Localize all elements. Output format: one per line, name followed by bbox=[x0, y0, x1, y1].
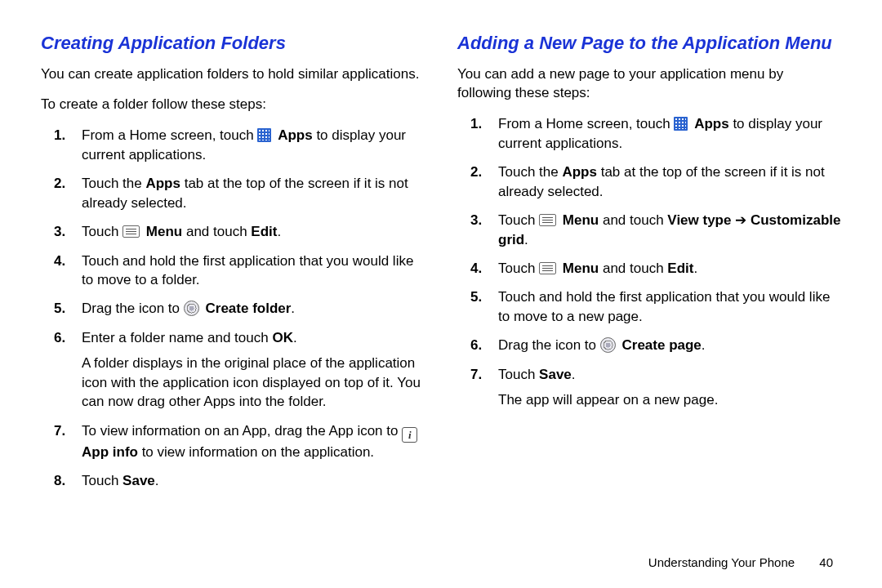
edit-label: Edit bbox=[251, 224, 277, 239]
step-item: Touch and hold the first application tha… bbox=[78, 252, 425, 290]
apps-grid-icon bbox=[674, 117, 688, 131]
apps-grid-icon bbox=[257, 128, 271, 142]
create-target-icon bbox=[600, 337, 616, 353]
page-number: 40 bbox=[819, 555, 833, 569]
step-item: Touch Menu and touch Edit. bbox=[78, 222, 425, 241]
menu-label: Menu bbox=[563, 212, 599, 228]
step-item: Drag the icon to Create folder. bbox=[78, 299, 425, 318]
step-continuation: The app will appear on a new page. bbox=[498, 390, 841, 409]
menu-icon bbox=[122, 225, 140, 238]
step-item: Touch Menu and touch View type ➔ Customi… bbox=[495, 211, 841, 249]
intro-text-2: To create a folder follow these steps: bbox=[41, 96, 425, 114]
step-text: . bbox=[155, 473, 159, 488]
arrow-text: ➔ bbox=[731, 212, 750, 228]
menu-icon bbox=[539, 262, 556, 274]
create-folder-label: Create folder bbox=[205, 301, 291, 316]
apps-label: Apps bbox=[562, 164, 597, 180]
step-text: Touch bbox=[498, 261, 539, 276]
step-text: Touch and hold the first application tha… bbox=[498, 289, 830, 323]
create-page-label: Create page bbox=[621, 337, 701, 353]
apps-label: Apps bbox=[278, 127, 313, 143]
step-text: Touch bbox=[82, 224, 122, 239]
edit-label: Edit bbox=[667, 261, 693, 276]
app-info-label: App info bbox=[82, 444, 138, 460]
save-label: Save bbox=[539, 367, 572, 382]
step-item: Touch the Apps tab at the top of the scr… bbox=[495, 163, 841, 201]
step-continuation: A folder displays in the original place … bbox=[82, 354, 425, 411]
step-item: Touch Menu and touch Edit. bbox=[495, 259, 841, 278]
step-text: and touch bbox=[182, 224, 251, 239]
step-item: Enter a folder name and touch OK. A fold… bbox=[78, 328, 425, 412]
intro-text: You can add a new page to your applicati… bbox=[457, 65, 841, 103]
step-item: Touch Save. The app will appear on a new… bbox=[495, 365, 841, 410]
step-text: Touch bbox=[498, 212, 539, 228]
step-text: . bbox=[572, 367, 576, 382]
step-text: . bbox=[293, 330, 297, 345]
page-footer: Understanding Your Phone 40 bbox=[0, 555, 882, 569]
save-label: Save bbox=[122, 473, 155, 488]
ok-label: OK bbox=[272, 330, 293, 345]
step-text: Touch bbox=[82, 473, 122, 488]
intro-text: You can create application folders to ho… bbox=[41, 65, 425, 84]
step-text: Touch and hold the first application tha… bbox=[82, 253, 413, 287]
step-item: Drag the icon to Create page. bbox=[495, 336, 841, 354]
create-target-icon bbox=[184, 301, 199, 316]
step-text: Touch the bbox=[498, 164, 562, 180]
step-item: Touch and hold the first application tha… bbox=[495, 287, 841, 326]
step-item: Touch the Apps tab at the top of the scr… bbox=[78, 174, 425, 212]
section-heading-newpage: Adding a New Page to the Application Men… bbox=[457, 33, 841, 54]
step-item: Touch Save. bbox=[78, 471, 425, 490]
step-text: Touch bbox=[498, 367, 539, 382]
right-column: Adding a New Page to the Application Men… bbox=[457, 33, 841, 547]
step-text: and touch bbox=[599, 261, 667, 276]
step-text: . bbox=[702, 337, 706, 353]
step-text: and touch bbox=[599, 212, 667, 228]
step-text: to view information on the application. bbox=[138, 444, 374, 460]
chapter-title: Understanding Your Phone bbox=[648, 555, 795, 569]
steps-list-right: From a Home screen, touch Apps to displa… bbox=[457, 114, 841, 409]
step-text: . bbox=[291, 301, 295, 316]
apps-label: Apps bbox=[694, 116, 729, 131]
step-text: . bbox=[524, 232, 528, 247]
step-text: From a Home screen, touch bbox=[498, 116, 674, 131]
step-text: From a Home screen, touch bbox=[82, 127, 257, 143]
section-heading-folders: Creating Application Folders bbox=[41, 33, 425, 54]
left-column: Creating Application Folders You can cre… bbox=[41, 33, 425, 547]
menu-icon bbox=[539, 214, 556, 226]
step-item: From a Home screen, touch Apps to displa… bbox=[78, 126, 425, 164]
step-item: To view information on an App, drag the … bbox=[78, 421, 425, 461]
menu-label: Menu bbox=[563, 261, 599, 276]
step-text: . bbox=[693, 261, 697, 276]
step-item: From a Home screen, touch Apps to displa… bbox=[495, 114, 841, 153]
apps-label: Apps bbox=[145, 176, 180, 191]
step-text: Drag the icon to bbox=[498, 337, 600, 353]
step-text: To view information on an App, drag the … bbox=[82, 423, 402, 439]
info-icon: i bbox=[402, 427, 417, 443]
step-text: . bbox=[277, 224, 281, 239]
view-type-label: View type bbox=[667, 212, 731, 228]
step-text: Touch the bbox=[82, 176, 145, 191]
step-text: Enter a folder name and touch bbox=[82, 330, 272, 345]
steps-list-left: From a Home screen, touch Apps to displa… bbox=[41, 126, 425, 490]
menu-label: Menu bbox=[146, 224, 182, 239]
step-text: Drag the icon to bbox=[82, 301, 184, 316]
